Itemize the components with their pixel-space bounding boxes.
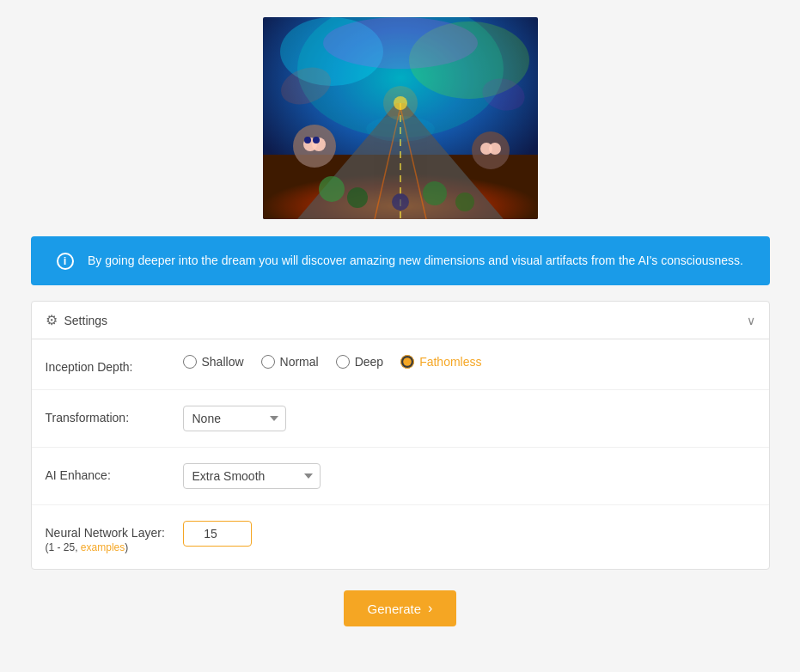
transformation-row: Transformation: None Zoom Rotate <box>32 390 769 448</box>
svg-point-20 <box>319 176 345 202</box>
ai-enhance-label: AI Enhance: <box>46 463 166 482</box>
generate-button[interactable]: Generate › <box>344 590 457 626</box>
svg-point-27 <box>366 116 435 142</box>
neural-network-hint: (1 - 25, examples) <box>46 541 129 553</box>
radio-item-deep[interactable]: Deep <box>336 355 383 369</box>
ai-enhance-row: AI Enhance: None Smooth Extra Smooth Sha… <box>32 448 769 505</box>
radio-normal[interactable] <box>261 355 275 369</box>
generate-arrow-icon: › <box>428 601 432 616</box>
radio-shallow[interactable] <box>183 355 197 369</box>
inception-depth-row: Inception Depth: Shallow Normal <box>32 339 769 390</box>
radio-label-shallow: Shallow <box>202 355 244 369</box>
dream-image <box>263 17 538 219</box>
radio-deep[interactable] <box>336 355 350 369</box>
neural-network-layer-row: Neural Network Layer: (1 - 25, examples) <box>32 505 769 569</box>
svg-point-15 <box>304 137 311 144</box>
radio-item-fathomless[interactable]: Fathomless <box>400 355 481 369</box>
neural-network-layer-input[interactable] <box>183 521 252 547</box>
info-banner: i By going deeper into the dream you wil… <box>31 236 770 285</box>
neural-network-layer-controls <box>183 521 755 547</box>
settings-label: Settings <box>64 314 108 327</box>
svg-point-19 <box>489 143 501 155</box>
transformation-label: Transformation: <box>46 406 166 425</box>
svg-point-22 <box>423 181 447 205</box>
svg-point-21 <box>347 187 368 208</box>
inception-depth-controls: Shallow Normal Deep Fathomless <box>183 355 755 369</box>
chevron-down-icon: ∨ <box>747 314 755 327</box>
radio-label-deep: Deep <box>355 355 383 369</box>
ai-enhance-controls: None Smooth Extra Smooth Sharpen <box>183 463 755 489</box>
radio-label-normal: Normal <box>280 355 319 369</box>
svg-point-23 <box>455 192 474 211</box>
neural-network-layer-label: Neural Network Layer: (1 - 25, examples) <box>46 521 166 553</box>
ai-enhance-select[interactable]: None Smooth Extra Smooth Sharpen <box>183 463 321 489</box>
info-banner-text: By going deeper into the dream you will … <box>88 252 744 270</box>
svg-point-24 <box>392 193 409 211</box>
gear-icon: ⚙ <box>46 312 58 328</box>
radio-item-normal[interactable]: Normal <box>261 355 319 369</box>
inception-depth-label: Inception Depth: <box>46 355 166 374</box>
transformation-select[interactable]: None Zoom Rotate <box>183 406 286 431</box>
svg-point-16 <box>313 137 320 144</box>
settings-header[interactable]: ⚙ Settings ∨ <box>32 302 769 339</box>
info-icon: i <box>57 253 74 270</box>
settings-header-left: ⚙ Settings <box>46 312 108 328</box>
svg-point-11 <box>383 86 418 120</box>
examples-link[interactable]: examples <box>81 541 125 553</box>
dream-image-container <box>263 17 538 219</box>
generate-button-label: Generate <box>368 602 422 616</box>
radio-fathomless[interactable] <box>400 355 414 369</box>
radio-label-fathomless: Fathomless <box>419 355 481 369</box>
settings-panel: ⚙ Settings ∨ Inception Depth: Shallow <box>31 301 770 570</box>
page-container: i By going deeper into the dream you wil… <box>0 0 800 661</box>
svg-point-4 <box>323 17 478 69</box>
inception-depth-radio-group: Shallow Normal Deep Fathomless <box>183 355 755 369</box>
settings-body: Inception Depth: Shallow Normal <box>32 339 769 569</box>
transformation-controls: None Zoom Rotate <box>183 406 755 431</box>
radio-item-shallow[interactable]: Shallow <box>183 355 244 369</box>
